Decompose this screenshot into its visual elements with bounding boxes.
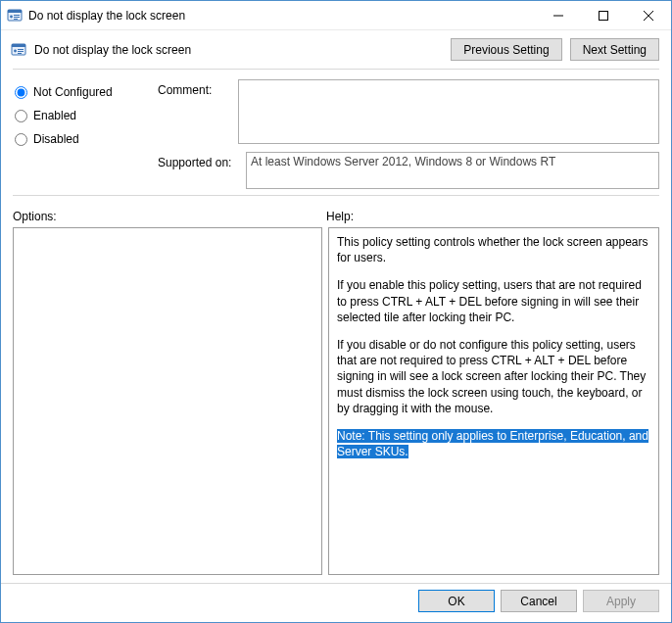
radio-not-configured[interactable]: Not Configured (15, 85, 152, 99)
svg-point-12 (14, 49, 17, 52)
window-title: Do not display the lock screen (28, 9, 536, 23)
radio-enabled-label: Enabled (33, 109, 76, 122)
help-paragraph: This policy setting controls whether the… (337, 234, 650, 265)
help-paragraph: If you disable or do not configure this … (337, 337, 650, 416)
help-note-highlight: Note: This setting only applies to Enter… (337, 429, 648, 458)
supported-on-label: Supported on: (158, 152, 246, 169)
ok-button[interactable]: OK (418, 590, 495, 612)
policy-name: Do not display the lock screen (34, 43, 443, 57)
radio-enabled-input[interactable] (15, 110, 27, 122)
next-setting-button[interactable]: Next Setting (570, 38, 659, 61)
options-label: Options: (13, 210, 326, 223)
app-icon (7, 8, 23, 24)
svg-rect-7 (600, 11, 608, 20)
svg-rect-3 (14, 15, 20, 16)
window-controls (536, 1, 671, 29)
config-section: Not Configured Enabled Disabled Comment:… (1, 73, 671, 191)
svg-rect-14 (18, 51, 24, 52)
svg-rect-1 (8, 10, 22, 13)
separator (13, 69, 659, 70)
minimize-button[interactable] (536, 1, 581, 29)
maximize-button[interactable] (581, 1, 626, 29)
radio-not-configured-label: Not Configured (33, 85, 113, 99)
svg-rect-5 (14, 19, 18, 20)
policy-icon (11, 42, 26, 58)
svg-rect-13 (18, 49, 24, 50)
pane-labels: Options: Help: (1, 200, 671, 227)
svg-point-2 (10, 15, 13, 18)
panes: This policy setting controls whether the… (1, 227, 671, 583)
apply-button[interactable]: Apply (583, 590, 659, 612)
radio-disabled-input[interactable] (15, 133, 27, 146)
options-pane[interactable] (13, 227, 322, 575)
separator (13, 195, 659, 196)
footer: OK Cancel Apply (1, 583, 671, 622)
supported-on-row: Supported on: At least Windows Server 20… (158, 152, 659, 189)
titlebar: Do not display the lock screen (1, 1, 671, 30)
radio-disabled[interactable]: Disabled (15, 132, 152, 146)
comment-label: Comment: (158, 79, 232, 146)
state-radios: Not Configured Enabled Disabled (15, 79, 152, 146)
svg-rect-15 (18, 53, 22, 54)
comment-textarea[interactable] (238, 79, 659, 144)
help-label: Help: (326, 210, 354, 223)
svg-rect-11 (12, 44, 25, 47)
previous-setting-button[interactable]: Previous Setting (451, 38, 561, 61)
svg-rect-4 (14, 17, 20, 18)
supported-on-textarea: At least Windows Server 2012, Windows 8 … (246, 152, 659, 189)
radio-not-configured-input[interactable] (15, 86, 27, 99)
help-pane[interactable]: This policy setting controls whether the… (328, 227, 659, 575)
dialog-window: Do not display the lock screen D (0, 0, 672, 623)
radio-disabled-label: Disabled (33, 132, 79, 146)
help-paragraph: If you enable this policy setting, users… (337, 277, 650, 325)
cancel-button[interactable]: Cancel (501, 590, 577, 612)
help-note: Note: This setting only applies to Enter… (337, 428, 650, 459)
radio-enabled[interactable]: Enabled (15, 109, 152, 122)
header-row: Do not display the lock screen Previous … (1, 30, 671, 65)
close-button[interactable] (626, 1, 671, 29)
